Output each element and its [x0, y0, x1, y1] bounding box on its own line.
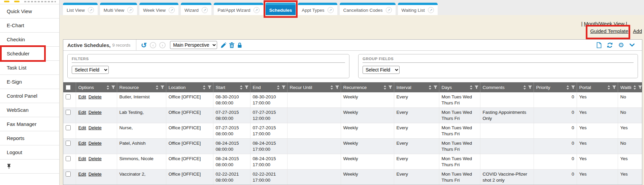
prev-icon[interactable]: ‹	[150, 42, 156, 48]
sidebar-item-fax-manager[interactable]: Fax Manager	[0, 117, 59, 131]
column-header-resource[interactable]: Resource	[117, 82, 166, 92]
filter-funnel-icon[interactable]	[111, 85, 115, 90]
column-header-end[interactable]: End	[250, 82, 287, 92]
sidebar-item-task-list[interactable]: Task List	[0, 61, 59, 75]
tab-waiting-list[interactable]: Waiting List ↗	[398, 3, 438, 15]
tab-schedules[interactable]: Schedules ↗	[266, 3, 296, 15]
external-link-icon[interactable]: ↗	[328, 7, 334, 13]
row-checkbox[interactable]	[66, 125, 71, 130]
lock-icon[interactable]	[237, 42, 242, 48]
external-link-icon[interactable]: ↗	[127, 7, 133, 13]
sidebar-item-quick-view[interactable]: Quick View	[0, 4, 59, 18]
external-link-icon[interactable]: ↗	[202, 7, 208, 13]
column-header-start[interactable]: Start	[213, 82, 250, 92]
row-checkbox[interactable]	[66, 110, 71, 115]
filter-funnel-icon[interactable]	[638, 85, 642, 90]
delete-link[interactable]: Delete	[89, 156, 102, 161]
row-checkbox[interactable]	[66, 172, 71, 177]
select-all-checkbox[interactable]	[66, 85, 71, 90]
filters-field-select[interactable]: Select Field	[72, 66, 109, 74]
sort-icon[interactable]	[428, 85, 432, 90]
sort-icon[interactable]	[383, 85, 387, 90]
add-link[interactable]: Add	[633, 28, 642, 34]
sort-icon[interactable]	[155, 85, 159, 90]
sort-icon[interactable]	[106, 85, 110, 90]
filter-funnel-icon[interactable]	[433, 85, 438, 90]
column-header-portal[interactable]: Portal	[577, 82, 618, 92]
column-header-recurrence[interactable]: Recurrence	[341, 82, 394, 92]
month-week-view-link[interactable]: Month/Week View	[584, 21, 624, 27]
sort-icon[interactable]	[523, 85, 527, 90]
external-link-icon[interactable]: ↗	[88, 7, 94, 13]
external-link-icon[interactable]: ↗	[386, 7, 392, 13]
filter-funnel-icon[interactable]	[388, 85, 393, 90]
filter-funnel-icon[interactable]	[528, 85, 532, 90]
row-checkbox[interactable]	[66, 156, 71, 161]
sidebar-item-checkin[interactable]: Checkin	[0, 33, 59, 47]
column-header-priority[interactable]: Priority	[534, 82, 577, 92]
sort-icon[interactable]	[607, 85, 611, 90]
sort-icon[interactable]	[469, 85, 473, 90]
undo-icon[interactable]: ↺	[141, 42, 147, 49]
trash-icon[interactable]	[229, 42, 234, 48]
edit-link[interactable]: Edit	[78, 110, 86, 115]
sidebar-item-control-panel[interactable]: Control Panel	[0, 89, 59, 103]
external-link-icon[interactable]: ↗	[428, 7, 434, 13]
column-header-days[interactable]: Days	[439, 82, 480, 92]
tab-wizard[interactable]: Wizard ↗	[181, 3, 211, 15]
sort-icon[interactable]	[330, 85, 334, 90]
delete-link[interactable]: Delete	[89, 141, 102, 146]
column-header-interval[interactable]: Interval	[394, 82, 439, 92]
filter-funnel-icon[interactable]	[244, 85, 249, 90]
sidebar-item-scheduler[interactable]: Scheduler	[0, 47, 59, 61]
pencil-icon[interactable]	[221, 42, 226, 48]
delete-link[interactable]: Delete	[89, 125, 102, 130]
filter-funnel-icon[interactable]	[160, 85, 165, 90]
edit-link[interactable]: Edit	[78, 172, 86, 177]
sidebar-item-reports[interactable]: Reports	[0, 131, 59, 145]
group-fields-select[interactable]: Select Field	[363, 66, 400, 74]
filter-funnel-icon[interactable]	[571, 85, 575, 90]
edit-link[interactable]: Edit	[78, 125, 86, 130]
delete-link[interactable]: Delete	[89, 94, 102, 99]
tab-week-view[interactable]: Week View ↗	[139, 3, 178, 15]
delete-link[interactable]: Delete	[89, 110, 102, 115]
edit-link[interactable]: Edit	[78, 156, 86, 161]
tab-multi-view[interactable]: Multi View ↗	[100, 3, 137, 15]
tab-pat-appt-wizard[interactable]: Pat/Appt Wizard ↗	[214, 3, 263, 15]
filter-funnel-icon[interactable]	[612, 85, 616, 90]
sidebar-item-logout[interactable]: Logout	[0, 145, 59, 159]
column-header-location[interactable]: Location	[166, 82, 213, 92]
perspective-select[interactable]: Main Perspective	[170, 41, 217, 49]
tab-cancellation-codes[interactable]: Cancellation Codes ↗	[340, 3, 396, 15]
guided-template-link[interactable]: Guided Template	[590, 28, 628, 34]
external-link-icon[interactable]: ↗	[253, 7, 260, 13]
edit-link[interactable]: Edit	[78, 141, 86, 146]
sidebar-pin-toggle[interactable]	[0, 159, 59, 174]
row-checkbox[interactable]	[66, 141, 71, 146]
filter-funnel-icon[interactable]	[281, 85, 286, 90]
column-header-waitlist[interactable]: Waitlist Po	[618, 82, 642, 92]
column-header-options[interactable]: Options	[76, 82, 117, 92]
gear-icon[interactable]: ⚙	[618, 42, 624, 48]
new-document-icon[interactable]	[596, 42, 602, 48]
filter-funnel-icon[interactable]	[207, 85, 212, 90]
refresh-icon[interactable]	[607, 42, 613, 48]
row-checkbox[interactable]	[66, 94, 71, 99]
sort-icon[interactable]	[276, 85, 280, 90]
column-header-recur_until[interactable]: Recur Until	[287, 82, 341, 92]
sort-icon[interactable]	[566, 85, 570, 90]
filter-funnel-icon[interactable]	[335, 85, 339, 90]
sort-icon[interactable]	[202, 85, 206, 90]
sidebar-item-e-chart[interactable]: E-Chart	[0, 18, 59, 33]
next-icon[interactable]: ›	[159, 42, 166, 48]
tab-list-view[interactable]: List View ↗	[63, 3, 98, 15]
sidebar-item-webscan[interactable]: WebScan	[0, 103, 59, 117]
chevron-down-icon[interactable]	[629, 43, 635, 47]
sidebar-item-e-sign[interactable]: E-Sign	[0, 75, 59, 89]
delete-link[interactable]: Delete	[89, 172, 102, 177]
column-header-select[interactable]	[63, 82, 76, 92]
tab-appt-types[interactable]: Appt Types ↗	[298, 3, 337, 15]
sort-icon[interactable]	[239, 85, 243, 90]
sort-icon[interactable]	[633, 85, 637, 90]
